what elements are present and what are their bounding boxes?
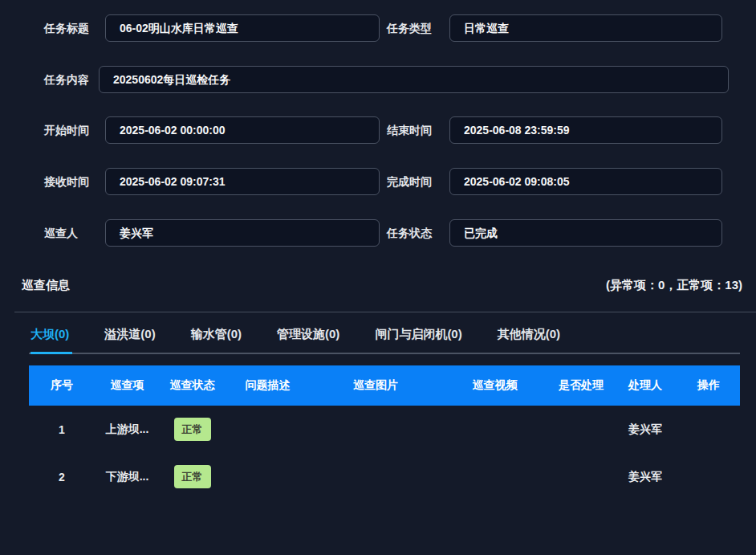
task-title-label: 任务标题 bbox=[44, 14, 89, 42]
tab-spillway[interactable]: 溢洪道(0) bbox=[104, 327, 155, 342]
status-badge: 正常 bbox=[174, 418, 211, 441]
cell-index: 1 bbox=[29, 423, 95, 436]
end-time-input[interactable]: 2025-06-08 23:59:59 bbox=[449, 116, 722, 144]
section-divider bbox=[14, 312, 756, 312]
inspector-label: 巡查人 bbox=[44, 219, 78, 247]
task-content-input[interactable]: 20250602每日巡检任务 bbox=[99, 66, 729, 93]
cell-item: 下游坝... bbox=[95, 470, 160, 484]
inspection-table: 序号 巡查项 巡查状态 问题描述 巡查图片 巡查视频 是否处理 处理人 操作 1… bbox=[29, 365, 740, 500]
header-index: 序号 bbox=[29, 378, 95, 393]
cell-status: 正常 bbox=[160, 465, 225, 488]
cell-handler: 姜兴军 bbox=[613, 422, 677, 437]
task-status-label: 任务状态 bbox=[387, 219, 432, 247]
header-image: 巡查图片 bbox=[311, 378, 441, 393]
tabs-baseline bbox=[29, 353, 740, 354]
header-handled: 是否处理 bbox=[549, 378, 613, 393]
receive-time-input[interactable]: 2025-06-02 09:07:31 bbox=[105, 168, 380, 195]
task-type-input[interactable]: 日常巡查 bbox=[449, 14, 722, 42]
header-item: 巡查项 bbox=[95, 378, 160, 393]
finish-time-input[interactable]: 2025-06-02 09:08:05 bbox=[449, 168, 722, 195]
tab-gate-hoist[interactable]: 闸门与启闭机(0) bbox=[375, 327, 461, 342]
tab-dam[interactable]: 大坝(0) bbox=[30, 327, 69, 342]
header-description: 问题描述 bbox=[225, 378, 311, 393]
header-action: 操作 bbox=[677, 378, 740, 393]
header-video: 巡查视频 bbox=[441, 378, 549, 393]
start-time-input[interactable]: 2025-06-02 00:00:00 bbox=[105, 116, 380, 144]
task-content-label: 任务内容 bbox=[44, 66, 89, 93]
tab-other[interactable]: 其他情况(0) bbox=[498, 327, 560, 342]
header-status: 巡查状态 bbox=[160, 378, 225, 393]
task-title-input[interactable]: 06-02明山水库日常巡查 bbox=[105, 14, 380, 42]
tab-water-pipe[interactable]: 输水管(0) bbox=[191, 327, 242, 342]
header-handler: 处理人 bbox=[613, 378, 677, 393]
cell-item: 上游坝... bbox=[95, 422, 160, 437]
end-time-label: 结束时间 bbox=[387, 116, 432, 144]
tab-active-indicator bbox=[30, 352, 72, 354]
table-row: 2 下游坝... 正常 姜兴军 bbox=[29, 453, 740, 500]
receive-time-label: 接收时间 bbox=[44, 168, 89, 195]
task-status-input[interactable]: 已完成 bbox=[449, 219, 722, 247]
inspection-info-title: 巡查信息 bbox=[22, 278, 70, 293]
status-badge: 正常 bbox=[174, 465, 211, 488]
cell-handler: 姜兴军 bbox=[613, 470, 677, 484]
task-detail-page: 任务标题 06-02明山水库日常巡查 任务类型 日常巡查 任务内容 202506… bbox=[0, 0, 756, 555]
cell-index: 2 bbox=[29, 471, 95, 484]
inspection-count-summary: (异常项：0，正常项：13) bbox=[606, 278, 742, 293]
start-time-label: 开始时间 bbox=[44, 116, 89, 144]
inspector-input[interactable]: 姜兴军 bbox=[105, 219, 380, 247]
table-row: 1 上游坝... 正常 姜兴军 bbox=[29, 406, 740, 453]
category-tabs: 大坝(0) 溢洪道(0) 输水管(0) 管理设施(0) 闸门与启闭机(0) 其他… bbox=[30, 327, 560, 342]
finish-time-label: 完成时间 bbox=[387, 168, 432, 195]
tab-management-facility[interactable]: 管理设施(0) bbox=[277, 327, 339, 342]
table-header-row: 序号 巡查项 巡查状态 问题描述 巡查图片 巡查视频 是否处理 处理人 操作 bbox=[29, 365, 740, 406]
cell-status: 正常 bbox=[160, 418, 225, 441]
task-type-label: 任务类型 bbox=[387, 14, 432, 42]
